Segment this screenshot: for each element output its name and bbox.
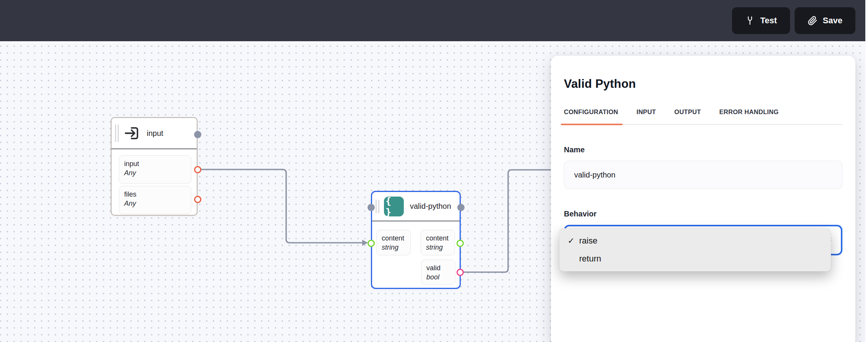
tab-error-handling[interactable]: ERROR HANDLING [719, 108, 779, 124]
top-bar: Test Save [0, 0, 868, 41]
port-validpython-header-left[interactable] [368, 204, 375, 211]
field-content-input[interactable]: content string [376, 230, 411, 255]
field-content-output-type: string [426, 243, 455, 252]
port-output-content-string[interactable] [457, 240, 464, 247]
node-input[interactable]: input input Any files Any [111, 117, 198, 216]
scrollbar-gutter [865, 0, 868, 342]
field-valid-output[interactable]: valid bool [421, 260, 455, 285]
paperclip-icon [808, 16, 818, 26]
node-valid-python[interactable]: { } valid-python content string content … [371, 191, 461, 289]
field-input-type: Any [124, 168, 191, 177]
field-content-output[interactable]: content string [421, 230, 455, 255]
field-content-input-type: string [382, 243, 410, 252]
save-button-label: Save [823, 16, 842, 26]
port-output-files-any[interactable] [194, 196, 201, 203]
name-input[interactable] [564, 161, 842, 189]
tab-output[interactable]: OUTPUT [674, 108, 701, 124]
node-config-panel: Valid Python CONFIGURATION INPUT OUTPUT … [551, 56, 855, 342]
field-content-input-name: content [382, 234, 410, 243]
node-input-title: input [147, 129, 163, 138]
field-content-output-name: content [426, 234, 455, 243]
field-files-type: Any [124, 199, 191, 208]
field-valid-output-name: valid [426, 264, 455, 273]
field-files[interactable]: files Any [119, 186, 191, 214]
port-output-input-any[interactable] [194, 166, 201, 173]
node-input-header[interactable]: input [112, 118, 197, 149]
panel-title: Valid Python [564, 77, 842, 91]
test-button[interactable]: Test [732, 7, 790, 34]
test-button-label: Test [760, 16, 777, 26]
dropdown-option-raise[interactable]: ✓ raise [559, 232, 831, 250]
behavior-dropdown-menu: ✓ raise return [559, 228, 831, 271]
field-input[interactable]: input Any [119, 155, 191, 184]
field-valid-output-type: bool [426, 273, 455, 282]
dropdown-option-return[interactable]: return [559, 250, 831, 268]
code-braces-icon: { } [384, 197, 404, 216]
panel-tabs: CONFIGURATION INPUT OUTPUT ERROR HANDLIN… [564, 108, 842, 125]
checkmark-icon: ✓ [568, 236, 579, 245]
drag-handle-icon[interactable] [115, 124, 119, 142]
behavior-label: Behavior [564, 210, 842, 218]
tab-input[interactable]: INPUT [636, 108, 656, 124]
wrench-icon [745, 16, 755, 26]
save-button[interactable]: Save [795, 7, 855, 34]
dropdown-option-return-label: return [579, 254, 601, 264]
tab-configuration[interactable]: CONFIGURATION [564, 108, 618, 124]
port-node-input-header[interactable] [194, 131, 201, 138]
node-valid-python-header[interactable]: { } valid-python [372, 192, 460, 221]
field-files-name: files [124, 190, 191, 199]
dropdown-option-raise-label: raise [579, 236, 598, 246]
log-in-icon [123, 124, 141, 142]
field-input-name: input [124, 160, 191, 168]
port-output-valid-bool[interactable] [457, 269, 464, 276]
drag-handle-icon[interactable] [376, 200, 379, 213]
name-label: Name [564, 145, 842, 154]
node-valid-python-title: valid-python [410, 202, 451, 211]
port-validpython-header-right[interactable] [457, 204, 465, 211]
port-input-content-string[interactable] [368, 240, 375, 247]
